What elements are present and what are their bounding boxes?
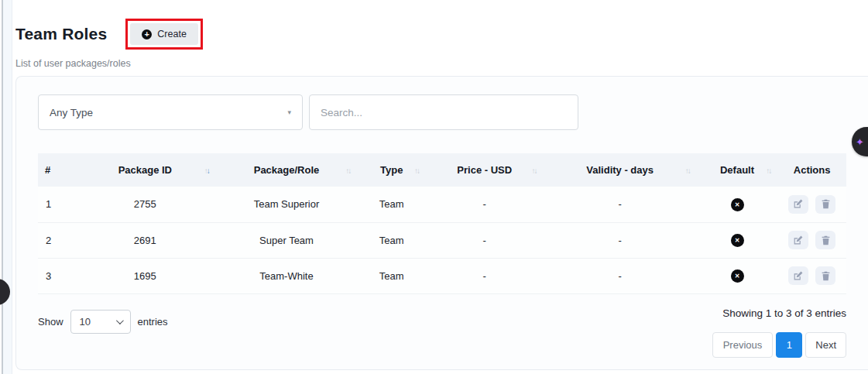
chevron-down-icon [115,317,123,324]
edit-icon [793,235,803,245]
delete-button[interactable] [815,266,835,285]
row-index: 3 [38,258,74,293]
row-index: 1 [38,187,74,222]
sort-icon: ↑↓ [685,166,690,174]
times-circle-icon: ✕ [731,198,744,211]
column-header-package-id[interactable]: Package ID ↑↓ [74,153,216,187]
times-circle-icon: ✕ [731,234,744,247]
page-subtitle: List of user packages/roles [15,58,868,69]
caret-down-icon: ▾ [287,108,291,116]
cell-package-role: Team Superior [216,187,358,222]
sort-icon: ↑↓ [345,166,350,174]
page-size-control: Show 10 entries [38,310,168,334]
trash-icon [821,235,831,245]
table-footer: Show 10 entries Showing 1 to 3 of 3 entr… [38,307,846,358]
table-header-row: # Package ID ↑↓ Package/Role ↑↓ Type ↑↓ … [38,153,846,187]
page-size-value: 10 [80,316,91,328]
cell-type: Team [357,187,426,222]
column-header-validity[interactable]: Validity - days ↑↓ [543,153,696,187]
edit-icon [793,271,803,281]
edit-icon [793,199,803,209]
type-filter-select[interactable]: Any Type ▾ [38,94,303,130]
edit-button[interactable] [788,195,808,214]
cell-type: Team [357,222,426,258]
show-label: Show [38,316,63,328]
column-header-actions: Actions [777,153,846,187]
sort-icon: ↑↓ [204,166,209,174]
plus-circle-icon: + [142,29,152,39]
cell-actions [777,187,846,222]
sort-icon: ↑↓ [766,166,770,174]
page-size-select[interactable]: 10 [70,310,131,334]
cell-type: Team [357,258,426,293]
next-page-button[interactable]: Next [805,332,846,358]
times-circle-icon: ✕ [731,269,744,283]
page-number-button[interactable]: 1 [776,332,802,358]
edit-button[interactable] [788,266,808,285]
cell-package-role: Super Team [216,222,358,258]
cell-default: ✕ [697,258,777,293]
cell-default: ✕ [697,187,777,222]
column-header-package-role[interactable]: Package/Role ↑↓ [216,153,358,187]
cell-actions [777,258,846,293]
cell-price: - [426,187,543,222]
cell-price: - [426,258,543,293]
cell-actions [777,222,846,258]
cell-package-id: 1695 [74,258,216,293]
cell-validity: - [543,222,696,258]
cell-validity: - [543,187,696,222]
previous-page-button[interactable]: Previous [712,332,774,358]
table-row: 1 2755 Team Superior Team - - ✕ [38,187,846,222]
filter-row: Any Type ▾ [38,94,846,130]
pagination: Previous 1 Next [712,332,846,358]
create-button[interactable]: + Create [130,23,198,45]
table-body: 1 2755 Team Superior Team - - ✕ 2 2691 S… [38,187,846,293]
table-row: 2 2691 Super Team Team - - ✕ [38,222,846,258]
search-input[interactable] [309,94,578,130]
column-header-type[interactable]: Type ↑↓ [357,153,426,187]
page-header: Team Roles + Create List of user package… [0,0,868,69]
table-row: 3 1695 Team-White Team - - ✕ [38,258,846,293]
cell-validity: - [543,258,696,293]
sort-icon: ↑↓ [531,166,536,174]
cell-package-role: Team-White [216,258,358,293]
content-card: Any Type ▾ # Package ID ↑↓ Package/Role … [15,76,868,370]
sparkle-icon: ✦ [856,136,864,148]
trash-icon [821,271,831,281]
cell-price: - [426,222,543,258]
row-index: 2 [38,222,74,258]
type-filter-value: Any Type [50,107,93,118]
cell-package-id: 2691 [74,222,216,258]
edit-button[interactable] [788,231,808,249]
cell-default: ✕ [697,222,777,258]
roles-table: # Package ID ↑↓ Package/Role ↑↓ Type ↑↓ … [38,153,846,294]
entries-label: entries [138,316,168,328]
page-title: Team Roles [15,25,107,43]
showing-entries-text: Showing 1 to 3 of 3 entries [722,307,846,319]
delete-button[interactable] [815,195,835,214]
create-button-label: Create [157,29,187,39]
red-highlight-annotation: + Create [125,19,203,50]
column-header-price[interactable]: Price - USD ↑↓ [426,153,543,187]
delete-button[interactable] [815,231,835,249]
cell-package-id: 2755 [74,187,216,222]
sort-icon: ↑↓ [414,166,419,174]
trash-icon [821,199,831,209]
column-header-default[interactable]: Default ↑↓ [697,153,777,187]
column-header-index: # [38,153,74,187]
